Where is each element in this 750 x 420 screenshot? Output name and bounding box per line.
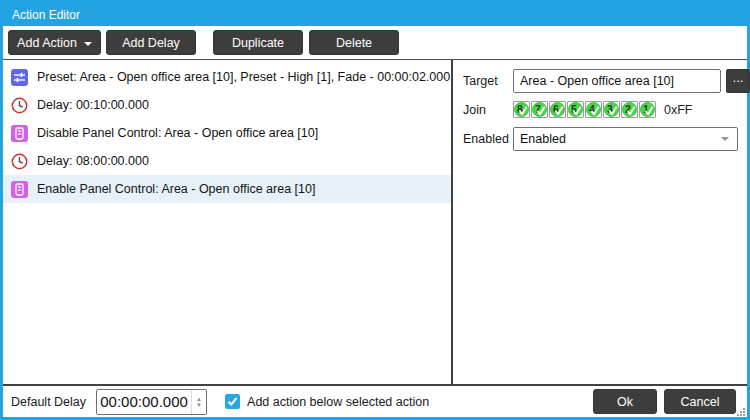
chevron-down-icon — [721, 137, 729, 141]
join-toggle-1[interactable]: 1 — [639, 101, 656, 118]
action-item-delay[interactable]: Delay: 08:00:00.000 — [3, 147, 451, 175]
titlebar[interactable]: Action Editor — [3, 3, 747, 26]
action-item-disable-panel[interactable]: Disable Panel Control: Area - Open offic… — [3, 119, 451, 147]
window-title: Action Editor — [12, 8, 80, 22]
action-item-label: Enable Panel Control: Area - Open office… — [37, 182, 315, 196]
target-browse-button[interactable]: ... — [726, 69, 750, 93]
target-input[interactable] — [513, 69, 721, 93]
join-checked-icon: 1 — [640, 102, 655, 117]
join-checked-icon: 8 — [514, 102, 529, 117]
join-label: Join — [463, 103, 513, 117]
panel-control-icon — [11, 125, 28, 142]
join-toggle-6[interactable]: 6 — [549, 101, 566, 118]
enabled-selected-value: Enabled — [520, 132, 566, 146]
join-toggle-4[interactable]: 4 — [585, 101, 602, 118]
delay-clock-icon — [11, 153, 28, 170]
properties-panel: Target ... Join 8 — [453, 60, 750, 384]
join-toggle-5[interactable]: 5 — [567, 101, 584, 118]
resize-grip[interactable] — [736, 407, 745, 416]
action-item-label: Delay: 00:10:00.000 — [37, 98, 149, 112]
spin-down-icon[interactable]: ▼ — [196, 402, 202, 408]
action-item-delay[interactable]: Delay: 00:10:00.000 — [3, 91, 451, 119]
default-delay-input[interactable] — [97, 390, 191, 414]
preset-icon — [11, 69, 28, 86]
spinner-arrows[interactable]: ▲▼ — [191, 390, 206, 414]
join-checked-icon: 3 — [604, 102, 619, 117]
ok-button[interactable]: Ok — [593, 389, 657, 414]
action-item-label: Disable Panel Control: Area - Open offic… — [37, 126, 318, 140]
cancel-button[interactable]: Cancel — [664, 389, 736, 414]
join-checked-icon: 5 — [568, 102, 583, 117]
check-icon — [227, 396, 238, 407]
action-list: Preset: Area - Open office area [10], Pr… — [3, 60, 451, 384]
footer-bar: Default Delay ▲▼ Add action below select… — [3, 386, 747, 417]
join-checked-icon: 2 — [622, 102, 637, 117]
join-toggle-2[interactable]: 2 — [621, 101, 638, 118]
join-toggle-3[interactable]: 3 — [603, 101, 620, 118]
duplicate-button[interactable]: Duplicate — [213, 30, 303, 55]
content-area: Preset: Area - Open office area [10], Pr… — [3, 59, 747, 386]
add-below-checkbox-label: Add action below selected action — [247, 395, 429, 409]
join-hex-value: 0xFF — [664, 103, 692, 117]
join-toggle-group: 8 7 6 — [513, 101, 656, 118]
action-item-label: Delay: 08:00:00.000 — [37, 154, 149, 168]
default-delay-spinner: ▲▼ — [96, 389, 207, 415]
join-toggle-8[interactable]: 8 — [513, 101, 530, 118]
caret-down-icon — [84, 42, 92, 46]
target-label: Target — [463, 74, 513, 88]
action-item-preset[interactable]: Preset: Area - Open office area [10], Pr… — [3, 63, 451, 91]
add-action-button[interactable]: Add Action — [8, 30, 101, 55]
join-toggle-7[interactable]: 7 — [531, 101, 548, 118]
join-checked-icon: 4 — [586, 102, 601, 117]
enabled-select[interactable]: Enabled — [513, 127, 738, 151]
action-editor-dialog: Action Editor Add Action Add Delay Dupli… — [0, 0, 750, 420]
join-checked-icon: 6 — [550, 102, 565, 117]
delete-button[interactable]: Delete — [309, 30, 399, 55]
enabled-label: Enabled — [463, 132, 513, 146]
add-delay-button[interactable]: Add Delay — [106, 30, 196, 55]
add-below-checkbox[interactable] — [225, 394, 240, 409]
panel-control-icon — [11, 181, 28, 198]
toolbar: Add Action Add Delay Duplicate Delete — [3, 26, 747, 59]
add-action-label: Add Action — [17, 36, 77, 50]
join-checked-icon: 7 — [532, 102, 547, 117]
action-item-enable-panel[interactable]: Enable Panel Control: Area - Open office… — [3, 175, 451, 203]
action-item-label: Preset: Area - Open office area [10], Pr… — [37, 70, 450, 84]
delay-clock-icon — [11, 97, 28, 114]
default-delay-label: Default Delay — [11, 395, 86, 409]
